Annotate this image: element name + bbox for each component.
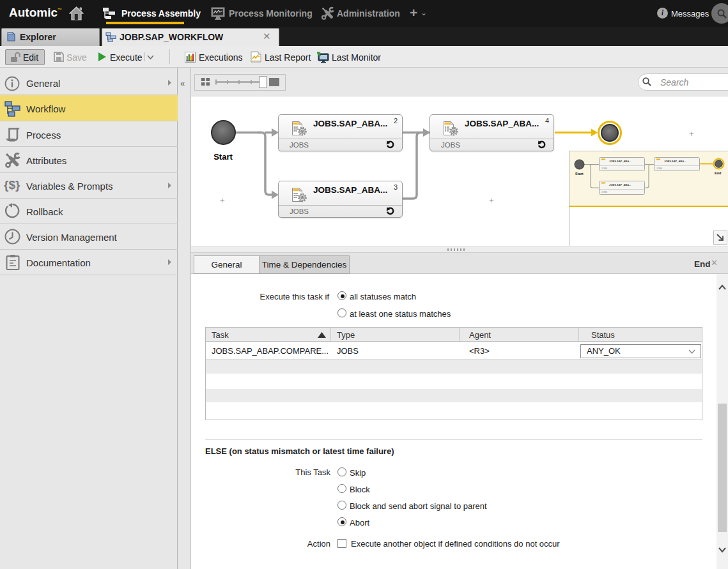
- svg-text:End: End: [715, 171, 721, 175]
- svg-text:JOBS.SAP_ABA...: JOBS.SAP_ABA...: [609, 183, 631, 186]
- svg-text:JOBS.SAP_ABA...: JOBS.SAP_ABA...: [664, 160, 686, 163]
- svg-text:JOBS: JOBS: [656, 167, 663, 170]
- svg-text:Start: Start: [575, 172, 584, 176]
- svg-text:JOBS: JOBS: [601, 167, 608, 170]
- svg-text:JOBS.SAP_ABA...: JOBS.SAP_ABA...: [609, 160, 631, 163]
- svg-text:JOBS: JOBS: [601, 191, 608, 193]
